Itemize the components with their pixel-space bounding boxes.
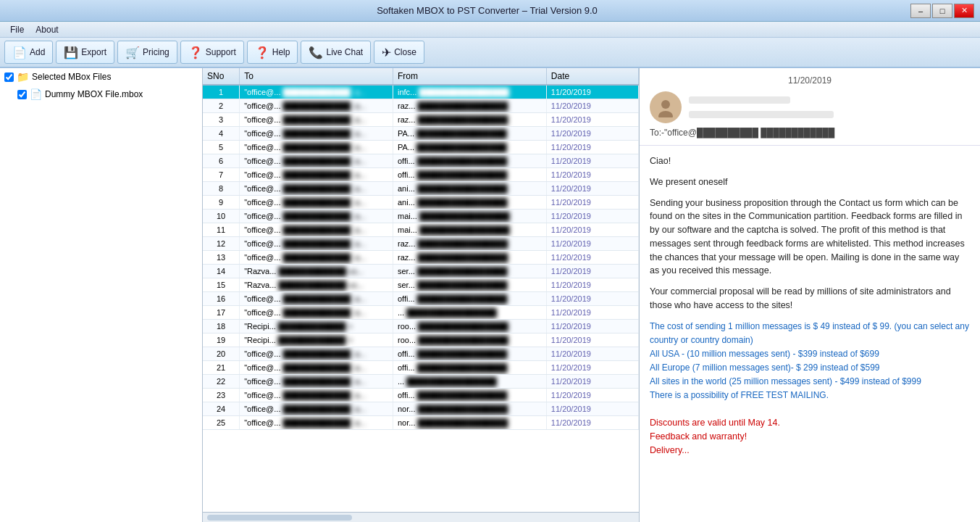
cell-date: 11/20/2019 xyxy=(546,154,638,168)
support-button[interactable]: ❓ Support xyxy=(180,41,244,64)
table-row[interactable]: 2"office@... ████████████ :a...raz... ██… xyxy=(203,99,639,113)
cell-date: 11/20/2019 xyxy=(546,389,638,402)
email-to: To:-"office@██████████ ████████████ xyxy=(650,128,970,138)
cell-sno: 11 xyxy=(203,223,240,237)
table-row[interactable]: 9"office@... ████████████ :a...ani... ██… xyxy=(203,196,639,210)
table-row[interactable]: 21"office@... ████████████ :a...offi... … xyxy=(203,361,639,375)
email-list-panel: SNo To From Date 1"office@... ██████████… xyxy=(203,68,640,522)
minimize-button[interactable]: – xyxy=(910,4,931,18)
file-tree-panel: 📁 Selected MBox Files 📄 Dummy MBOX File.… xyxy=(0,68,203,522)
table-row[interactable]: 1"office@... ████████████ :a...infc... █… xyxy=(203,85,639,99)
table-row[interactable]: 24"office@... ████████████ :a...nor... █… xyxy=(203,402,639,416)
table-row[interactable]: 5"office@... ████████████ :a...PA... ███… xyxy=(203,141,639,154)
close-window-button[interactable]: ✕ xyxy=(954,4,974,18)
export-button[interactable]: 💾 Export xyxy=(56,41,114,64)
cell-to: "office@... ████████████ :a... xyxy=(240,127,393,141)
horizontal-scrollbar[interactable] xyxy=(203,512,639,522)
table-scroll[interactable]: SNo To From Date 1"office@... ██████████… xyxy=(203,68,639,512)
cell-from: raz... ████████████████ xyxy=(393,251,546,265)
cell-sno: 15 xyxy=(203,278,240,292)
cell-date: 11/20/2019 xyxy=(546,334,638,347)
email-body[interactable]: Ciao! We present oneself Sending your bu… xyxy=(640,146,980,522)
close-app-button[interactable]: ✈ Close xyxy=(374,41,424,64)
menu-file[interactable]: File xyxy=(4,23,30,36)
cell-sno: 1 xyxy=(203,85,240,99)
cell-from: offi... ████████████████ xyxy=(393,292,546,306)
cell-to: "Recipi... ████████████ > xyxy=(240,334,393,347)
table-row[interactable]: 25"office@... ████████████ :a...nor... █… xyxy=(203,416,639,430)
table-row[interactable]: 14"Razva... ████████████ us...ser... ███… xyxy=(203,265,639,278)
cell-sno: 20 xyxy=(203,347,240,361)
support-label: Support xyxy=(206,47,236,57)
livechat-button[interactable]: 📞 Live Chat xyxy=(301,41,371,64)
table-row[interactable]: 6"office@... ████████████ :a...offi... █… xyxy=(203,154,639,168)
cell-date: 11/20/2019 xyxy=(546,210,638,223)
cell-date: 11/20/2019 xyxy=(546,182,638,196)
table-row[interactable]: 18"Recipi... ████████████ >roo... ██████… xyxy=(203,320,639,334)
cell-to: "office@... ████████████ :a... xyxy=(240,113,393,127)
table-row[interactable]: 20"office@... ████████████ :a...offi... … xyxy=(203,347,639,361)
table-row[interactable]: 22"office@... ████████████ :a...... ████… xyxy=(203,375,639,389)
maximize-button[interactable]: □ xyxy=(932,4,952,18)
file-checkbox[interactable] xyxy=(17,90,27,99)
col-header-from[interactable]: From xyxy=(393,68,546,85)
cell-to: "office@... ████████████ :a... xyxy=(240,402,393,416)
pricing-line1: The cost of sending 1 million messages i… xyxy=(650,320,970,347)
cell-to: "office@... ████████████ :a... xyxy=(240,223,393,237)
root-checkbox[interactable] xyxy=(4,72,14,82)
cell-sno: 10 xyxy=(203,210,240,223)
pricing-button[interactable]: 🛒 Pricing xyxy=(117,41,177,64)
table-row[interactable]: 15"Razva... ████████████ us...ser... ███… xyxy=(203,278,639,292)
table-row[interactable]: 3"office@... ████████████ :a...raz... ██… xyxy=(203,113,639,127)
tree-root[interactable]: 📁 Selected MBox Files xyxy=(0,68,202,86)
col-header-date[interactable]: Date xyxy=(546,68,638,85)
cell-date: 11/20/2019 xyxy=(546,85,638,99)
col-header-to[interactable]: To xyxy=(240,68,393,85)
cell-to: "Recipi... ████████████ > xyxy=(240,320,393,334)
tree-file-item[interactable]: 📄 Dummy MBOX File.mbox xyxy=(0,86,202,103)
table-row[interactable]: 11"office@... ████████████ :a...mai... █… xyxy=(203,223,639,237)
cell-sno: 3 xyxy=(203,113,240,127)
cell-to: "office@... ████████████ :a... xyxy=(240,141,393,154)
add-button[interactable]: 📄 Add xyxy=(4,41,53,64)
help-button[interactable]: ❓ Help xyxy=(247,41,298,64)
menu-about[interactable]: About xyxy=(30,23,64,36)
cell-sno: 4 xyxy=(203,127,240,141)
cell-from: PA... ████████████████ xyxy=(393,141,546,154)
table-row[interactable]: 12"office@... ████████████ :a...raz... █… xyxy=(203,237,639,251)
table-row[interactable]: 16"office@... ████████████ :a...offi... … xyxy=(203,292,639,306)
cell-date: 11/20/2019 xyxy=(546,320,638,334)
cell-from: PA... ████████████████ xyxy=(393,127,546,141)
table-row[interactable]: 23"office@... ████████████ :a...offi... … xyxy=(203,389,639,402)
add-label: Add xyxy=(30,47,45,57)
email-body-para2: Your commercial proposal will be read by… xyxy=(650,285,970,312)
cell-sno: 2 xyxy=(203,99,240,113)
table-row[interactable]: 4"office@... ████████████ :a...PA... ███… xyxy=(203,127,639,141)
close-label: Close xyxy=(394,47,416,57)
cell-to: "office@... ████████████ :a... xyxy=(240,168,393,182)
col-header-sno[interactable]: SNo xyxy=(203,68,240,85)
cell-from: ser... ████████████████ xyxy=(393,265,546,278)
email-date: 11/20/2019 xyxy=(650,75,970,86)
table-row[interactable]: 13"office@... ████████████ :a...raz... █… xyxy=(203,251,639,265)
tree-file-label: Dummy MBOX File.mbox xyxy=(45,89,143,99)
table-row[interactable]: 19"Recipi... ████████████ >roo... ██████… xyxy=(203,334,639,347)
cell-from: offi... ████████████████ xyxy=(393,154,546,168)
folder-icon: 📁 xyxy=(17,71,29,83)
close-icon: ✈ xyxy=(382,46,391,59)
table-row[interactable]: 8"office@... ████████████ :a...ani... ██… xyxy=(203,182,639,196)
cell-date: 11/20/2019 xyxy=(546,361,638,375)
cell-to: "office@... ████████████ :a... xyxy=(240,389,393,402)
email-greeting: Ciao! xyxy=(650,154,970,168)
cell-from: raz... ████████████████ xyxy=(393,99,546,113)
table-row[interactable]: 17"office@... ████████████ :a...... ████… xyxy=(203,306,639,320)
feedback-text: Feedback and warranty! xyxy=(650,430,970,444)
table-row[interactable]: 7"office@... ████████████ :a...offi... █… xyxy=(203,168,639,182)
cell-from: ani... ████████████████ xyxy=(393,182,546,196)
table-row[interactable]: 10"office@... ████████████ :a...mai... █… xyxy=(203,210,639,223)
delivery-text: Delivery... xyxy=(650,444,970,457)
cell-from: roo... ████████████████ xyxy=(393,334,546,347)
cell-from: ... ████████████████ xyxy=(393,306,546,320)
window-title: Softaken MBOX to PST Converter – Trial V… xyxy=(64,5,910,16)
cell-from: roo... ████████████████ xyxy=(393,320,546,334)
